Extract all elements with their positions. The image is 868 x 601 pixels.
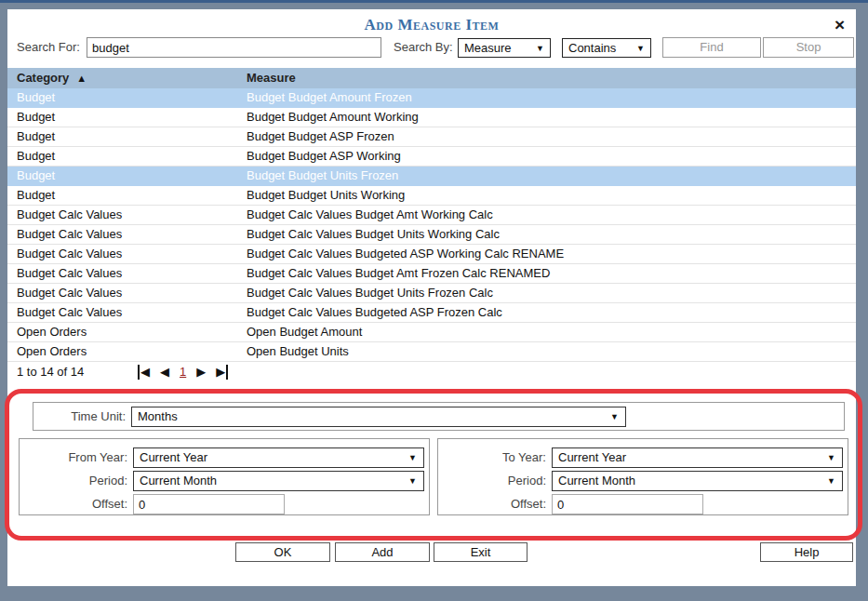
pagination-range-text: 1 to 14 of 14 xyxy=(17,362,84,382)
last-page-icon[interactable]: ▶ xyxy=(216,365,228,380)
measure-cell: Open Budget Units xyxy=(247,342,349,361)
search-input[interactable] xyxy=(87,37,381,58)
time-unit-label: Time Unit: xyxy=(71,407,126,427)
measure-cell: Budget Calc Values Budgeted ASP Working … xyxy=(247,245,564,263)
category-cell: Budget xyxy=(17,127,55,146)
to-period-label: Period: xyxy=(508,471,546,491)
table-row[interactable]: BudgetBudget Budget ASP Working xyxy=(7,147,856,167)
category-cell: Budget Calc Values xyxy=(17,264,122,283)
time-unit-dropdown[interactable]: Months ▼ xyxy=(131,407,626,427)
table-row[interactable]: BudgetBudget Budget Units Frozen xyxy=(7,167,856,186)
to-offset-label: Offset: xyxy=(511,494,546,514)
category-cell: Budget Calc Values xyxy=(17,245,122,263)
help-button[interactable]: Help xyxy=(760,542,853,562)
table-row[interactable]: BudgetBudget Budget Amount Frozen xyxy=(7,88,856,108)
measure-cell: Budget Budget Amount Working xyxy=(247,108,419,127)
from-period-label: Period: xyxy=(89,471,127,491)
from-year-label: From Year: xyxy=(68,447,127,468)
time-unit-value: Months xyxy=(138,409,178,423)
table-row[interactable]: BudgetBudget Budget Units Working xyxy=(7,186,856,206)
table-row[interactable]: BudgetBudget Budget ASP Frozen xyxy=(7,127,856,147)
from-year-dropdown[interactable]: Current Year ▼ xyxy=(133,447,424,468)
measure-cell: Open Budget Amount xyxy=(247,323,362,341)
chevron-down-icon: ▼ xyxy=(636,39,645,57)
table-row[interactable]: Budget Calc ValuesBudget Calc Values Bud… xyxy=(7,206,856,225)
to-year-dropdown[interactable]: Current Year ▼ xyxy=(552,447,843,468)
search-for-label: Search For: xyxy=(17,37,80,58)
add-button[interactable]: Add xyxy=(335,542,430,562)
previous-page-icon[interactable]: ◀ xyxy=(160,365,169,380)
chevron-down-icon: ▼ xyxy=(827,448,835,467)
measure-cell: Budget Budget Units Working xyxy=(247,186,405,205)
category-cell: Budget xyxy=(17,147,55,166)
table-row[interactable]: BudgetBudget Budget Amount Working xyxy=(7,108,856,127)
match-type-value: Contains xyxy=(568,41,616,55)
search-by-value: Measure xyxy=(464,41,512,55)
category-column-header[interactable]: Category▲ xyxy=(17,68,87,88)
search-by-dropdown[interactable]: Measure ▼ xyxy=(458,38,551,58)
chevron-down-icon: ▼ xyxy=(536,39,544,57)
time-unit-section: Time Unit: Months ▼ xyxy=(33,402,845,431)
from-offset-label: Offset: xyxy=(92,494,127,514)
ok-button[interactable]: OK xyxy=(235,542,330,562)
table-row[interactable]: Open OrdersOpen Budget Amount xyxy=(7,323,856,342)
search-toolbar: Search For: Search By: Measure ▼ Contain… xyxy=(7,37,856,60)
chevron-down-icon: ▼ xyxy=(610,407,619,426)
table-row[interactable]: Budget Calc ValuesBudget Calc Values Bud… xyxy=(7,264,856,284)
measure-table-body: BudgetBudget Budget Amount FrozenBudgetB… xyxy=(7,88,856,362)
from-range-section: From Year: Current Year ▼ Period: Curren… xyxy=(19,438,430,515)
chevron-down-icon: ▼ xyxy=(827,472,835,490)
table-row[interactable]: Budget Calc ValuesBudget Calc Values Bud… xyxy=(7,225,856,245)
measure-cell: Budget Calc Values Budget Amt Frozen Cal… xyxy=(247,264,550,283)
measure-cell: Budget Calc Values Budget Units Working … xyxy=(247,225,500,244)
sort-ascending-icon: ▲ xyxy=(76,73,87,84)
measure-cell: Budget Budget Units Frozen xyxy=(247,167,398,185)
dialog-title: Add Measure Item xyxy=(7,16,856,34)
find-button[interactable]: Find xyxy=(662,37,761,58)
chevron-down-icon: ▼ xyxy=(408,448,417,467)
category-cell: Budget Calc Values xyxy=(17,284,122,302)
from-year-value: Current Year xyxy=(140,450,207,464)
category-cell: Budget xyxy=(17,88,55,107)
table-row[interactable]: Budget Calc ValuesBudget Calc Values Bud… xyxy=(7,245,856,264)
close-icon[interactable]: × xyxy=(835,17,845,33)
pagination-bar: 1 to 14 of 14 ◀ ◀ 1 ▶ ▶ xyxy=(7,362,856,382)
measure-cell: Budget Budget ASP Frozen xyxy=(247,127,394,146)
to-period-value: Current Month xyxy=(558,474,635,487)
window-top-accent xyxy=(0,0,868,3)
search-by-label: Search By: xyxy=(394,37,453,58)
category-cell: Budget xyxy=(17,108,55,127)
next-page-icon[interactable]: ▶ xyxy=(196,365,206,380)
measure-cell: Budget Budget ASP Working xyxy=(247,147,401,166)
measure-cell: Budget Calc Values Budget Amt Working Ca… xyxy=(247,206,493,224)
match-type-dropdown[interactable]: Contains ▼ xyxy=(562,38,651,58)
chevron-down-icon: ▼ xyxy=(408,472,417,490)
table-row[interactable]: Budget Calc ValuesBudget Calc Values Bud… xyxy=(7,303,856,323)
stop-button[interactable]: Stop xyxy=(763,37,854,58)
measure-cell: Budget Calc Values Budgeted ASP Frozen C… xyxy=(247,303,502,322)
category-cell: Budget Calc Values xyxy=(17,225,122,244)
from-period-dropdown[interactable]: Current Month ▼ xyxy=(133,471,424,491)
to-offset-input[interactable] xyxy=(552,494,703,514)
measure-cell: Budget Budget Amount Frozen xyxy=(247,88,412,107)
category-cell: Budget xyxy=(17,186,55,205)
category-cell: Open Orders xyxy=(17,342,87,361)
category-cell: Budget Calc Values xyxy=(17,303,122,322)
category-cell: Budget xyxy=(17,167,55,185)
to-range-section: To Year: Current Year ▼ Period: Current … xyxy=(437,438,848,515)
table-header[interactable]: Category▲ Measure xyxy=(7,68,856,88)
category-cell: Open Orders xyxy=(17,323,87,341)
exit-button[interactable]: Exit xyxy=(434,542,527,562)
table-row[interactable]: Budget Calc ValuesBudget Calc Values Bud… xyxy=(7,284,856,303)
from-period-value: Current Month xyxy=(140,474,217,487)
table-row[interactable]: Open OrdersOpen Budget Units xyxy=(7,342,856,362)
to-year-value: Current Year xyxy=(558,450,626,464)
add-measure-item-dialog: Add Measure Item × Search For: Search By… xyxy=(7,9,856,586)
to-period-dropdown[interactable]: Current Month ▼ xyxy=(552,471,843,491)
first-page-icon[interactable]: ◀ xyxy=(138,365,150,380)
category-cell: Budget Calc Values xyxy=(17,206,122,224)
to-year-label: To Year: xyxy=(502,447,546,468)
current-page-number[interactable]: 1 xyxy=(180,362,186,382)
from-offset-input[interactable] xyxy=(133,494,285,514)
measure-column-header[interactable]: Measure xyxy=(247,68,296,88)
